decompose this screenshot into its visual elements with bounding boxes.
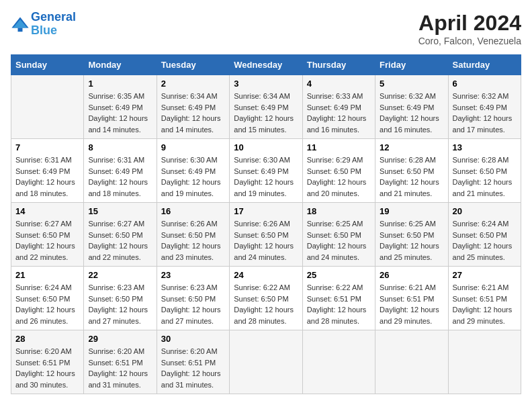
day-detail: Sunrise: 6:26 AMSunset: 6:50 PMDaylight:…: [234, 218, 298, 263]
day-number: 29: [88, 334, 152, 344]
day-number: 25: [307, 270, 371, 280]
col-header-friday: Friday: [375, 55, 448, 75]
day-number: 8: [88, 142, 152, 152]
day-number: 18: [307, 206, 371, 216]
day-detail: Sunrise: 6:24 AMSunset: 6:50 PMDaylight:…: [15, 282, 79, 326]
day-number: 10: [234, 142, 298, 152]
day-number: 20: [453, 206, 517, 216]
day-detail: Sunrise: 6:22 AMSunset: 6:50 PMDaylight:…: [234, 282, 298, 326]
day-number: 14: [15, 206, 79, 216]
logo-line1: General: [31, 10, 76, 24]
col-header-thursday: Thursday: [302, 55, 375, 75]
calendar-cell: [448, 330, 521, 394]
day-detail: Sunrise: 6:28 AMSunset: 6:50 PMDaylight:…: [453, 154, 517, 199]
day-detail: Sunrise: 6:33 AMSunset: 6:49 PMDaylight:…: [307, 91, 371, 135]
day-detail: Sunrise: 6:35 AMSunset: 6:49 PMDaylight:…: [88, 91, 152, 135]
day-detail: Sunrise: 6:29 AMSunset: 6:50 PMDaylight:…: [307, 154, 371, 199]
day-detail: Sunrise: 6:32 AMSunset: 6:49 PMDaylight:…: [380, 91, 443, 135]
day-number: 24: [234, 270, 298, 280]
day-number: 4: [307, 79, 371, 89]
day-number: 13: [453, 142, 517, 152]
calendar-week-row: 1Sunrise: 6:35 AMSunset: 6:49 PMDaylight…: [11, 75, 521, 139]
day-number: 2: [161, 79, 225, 89]
calendar-cell: 11Sunrise: 6:29 AMSunset: 6:50 PMDayligh…: [302, 139, 375, 203]
calendar-cell: 7Sunrise: 6:31 AMSunset: 6:49 PMDaylight…: [11, 139, 84, 203]
logo: General Blue: [11, 11, 76, 38]
calendar-cell: 30Sunrise: 6:20 AMSunset: 6:51 PMDayligh…: [157, 330, 229, 394]
day-detail: Sunrise: 6:21 AMSunset: 6:51 PMDaylight:…: [380, 282, 443, 326]
calendar-cell: 3Sunrise: 6:34 AMSunset: 6:49 PMDaylight…: [230, 75, 302, 139]
calendar-cell: 9Sunrise: 6:30 AMSunset: 6:49 PMDaylight…: [157, 139, 229, 203]
logo-line2: Blue: [31, 24, 57, 37]
col-header-sunday: Sunday: [11, 55, 84, 75]
calendar-cell: 16Sunrise: 6:26 AMSunset: 6:50 PMDayligh…: [157, 203, 229, 267]
calendar-cell: 5Sunrise: 6:32 AMSunset: 6:49 PMDaylight…: [375, 75, 448, 139]
calendar-cell: 2Sunrise: 6:34 AMSunset: 6:49 PMDaylight…: [157, 75, 229, 139]
calendar-cell: 28Sunrise: 6:20 AMSunset: 6:51 PMDayligh…: [11, 330, 84, 394]
col-header-monday: Monday: [84, 55, 157, 75]
day-detail: Sunrise: 6:30 AMSunset: 6:49 PMDaylight:…: [234, 154, 298, 199]
calendar-cell: 10Sunrise: 6:30 AMSunset: 6:49 PMDayligh…: [230, 139, 302, 203]
calendar-cell: 15Sunrise: 6:27 AMSunset: 6:50 PMDayligh…: [84, 203, 157, 267]
calendar-cell: 26Sunrise: 6:21 AMSunset: 6:51 PMDayligh…: [375, 267, 448, 330]
day-number: 3: [234, 79, 298, 89]
title-area: April 2024 Coro, Falcon, Venezuela: [418, 11, 521, 46]
day-detail: Sunrise: 6:20 AMSunset: 6:51 PMDaylight:…: [15, 346, 79, 390]
day-detail: Sunrise: 6:28 AMSunset: 6:50 PMDaylight:…: [380, 154, 443, 199]
day-number: 21: [15, 270, 79, 280]
day-detail: Sunrise: 6:23 AMSunset: 6:50 PMDaylight:…: [161, 282, 225, 326]
calendar-cell: 13Sunrise: 6:28 AMSunset: 6:50 PMDayligh…: [448, 139, 521, 203]
logo-text: General Blue: [31, 11, 76, 38]
day-detail: Sunrise: 6:22 AMSunset: 6:51 PMDaylight:…: [307, 282, 371, 326]
calendar-cell: 27Sunrise: 6:21 AMSunset: 6:51 PMDayligh…: [448, 267, 521, 330]
day-number: 11: [307, 142, 371, 152]
calendar-cell: 29Sunrise: 6:20 AMSunset: 6:51 PMDayligh…: [84, 330, 157, 394]
day-number: 12: [380, 142, 443, 152]
day-detail: Sunrise: 6:34 AMSunset: 6:49 PMDaylight:…: [234, 91, 298, 135]
logo-icon: [11, 15, 30, 34]
calendar-week-row: 7Sunrise: 6:31 AMSunset: 6:49 PMDaylight…: [11, 139, 521, 203]
day-detail: Sunrise: 6:23 AMSunset: 6:50 PMDaylight:…: [88, 282, 152, 326]
calendar-cell: 8Sunrise: 6:31 AMSunset: 6:49 PMDaylight…: [84, 139, 157, 203]
calendar-cell: 23Sunrise: 6:23 AMSunset: 6:50 PMDayligh…: [157, 267, 229, 330]
calendar-cell: 17Sunrise: 6:26 AMSunset: 6:50 PMDayligh…: [230, 203, 302, 267]
day-number: 9: [161, 142, 225, 152]
calendar-table: SundayMondayTuesdayWednesdayThursdayFrid…: [11, 54, 521, 394]
day-number: 30: [161, 334, 225, 344]
calendar-cell: 4Sunrise: 6:33 AMSunset: 6:49 PMDaylight…: [302, 75, 375, 139]
calendar-header-row: SundayMondayTuesdayWednesdayThursdayFrid…: [11, 55, 521, 75]
calendar-cell: [11, 75, 84, 139]
calendar-cell: 20Sunrise: 6:24 AMSunset: 6:50 PMDayligh…: [448, 203, 521, 267]
day-detail: Sunrise: 6:31 AMSunset: 6:49 PMDaylight:…: [88, 154, 152, 199]
calendar-cell: 22Sunrise: 6:23 AMSunset: 6:50 PMDayligh…: [84, 267, 157, 330]
day-detail: Sunrise: 6:31 AMSunset: 6:49 PMDaylight:…: [15, 154, 79, 199]
page-title: April 2024: [418, 11, 521, 36]
day-number: 23: [161, 270, 225, 280]
day-number: 5: [380, 79, 443, 89]
calendar-cell: [230, 330, 302, 394]
day-number: 16: [161, 206, 225, 216]
calendar-cell: [375, 330, 448, 394]
calendar-cell: 12Sunrise: 6:28 AMSunset: 6:50 PMDayligh…: [375, 139, 448, 203]
page-subtitle: Coro, Falcon, Venezuela: [418, 36, 521, 46]
day-number: 17: [234, 206, 298, 216]
day-detail: Sunrise: 6:20 AMSunset: 6:51 PMDaylight:…: [161, 346, 225, 390]
calendar-cell: 18Sunrise: 6:25 AMSunset: 6:50 PMDayligh…: [302, 203, 375, 267]
day-number: 7: [15, 142, 79, 152]
day-number: 6: [453, 79, 517, 89]
day-number: 15: [88, 206, 152, 216]
day-detail: Sunrise: 6:30 AMSunset: 6:49 PMDaylight:…: [161, 154, 225, 199]
calendar-cell: 1Sunrise: 6:35 AMSunset: 6:49 PMDaylight…: [84, 75, 157, 139]
calendar-cell: 25Sunrise: 6:22 AMSunset: 6:51 PMDayligh…: [302, 267, 375, 330]
day-detail: Sunrise: 6:26 AMSunset: 6:50 PMDaylight:…: [161, 218, 225, 263]
calendar-cell: 21Sunrise: 6:24 AMSunset: 6:50 PMDayligh…: [11, 267, 84, 330]
day-detail: Sunrise: 6:21 AMSunset: 6:51 PMDaylight:…: [453, 282, 517, 326]
day-detail: Sunrise: 6:34 AMSunset: 6:49 PMDaylight:…: [161, 91, 225, 135]
calendar-week-row: 14Sunrise: 6:27 AMSunset: 6:50 PMDayligh…: [11, 203, 521, 267]
day-detail: Sunrise: 6:25 AMSunset: 6:50 PMDaylight:…: [380, 218, 443, 263]
day-detail: Sunrise: 6:32 AMSunset: 6:49 PMDaylight:…: [453, 91, 517, 135]
day-number: 27: [453, 270, 517, 280]
day-detail: Sunrise: 6:20 AMSunset: 6:51 PMDaylight:…: [88, 346, 152, 390]
calendar-cell: [302, 330, 375, 394]
col-header-tuesday: Tuesday: [157, 55, 229, 75]
